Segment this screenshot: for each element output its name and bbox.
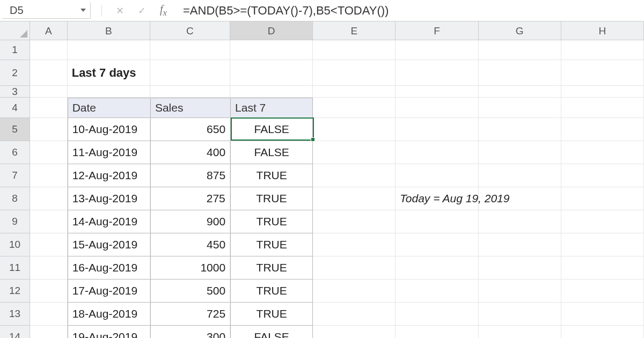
cell-G8[interactable] <box>479 187 561 210</box>
cell-B3[interactable] <box>68 86 150 98</box>
cell-F14[interactable] <box>396 326 478 338</box>
cell-E11[interactable] <box>313 256 396 280</box>
cell-A13[interactable] <box>30 303 68 326</box>
cell-H9[interactable] <box>561 210 644 233</box>
row-header-2[interactable]: 2 <box>0 60 30 86</box>
column-header-H[interactable]: H <box>561 21 644 40</box>
cell-D1[interactable] <box>230 40 313 60</box>
table-cell-date[interactable]: 11-Aug-2019 <box>68 141 150 164</box>
column-header-F[interactable]: F <box>396 21 478 40</box>
cell-grid[interactable]: Last 7 daysDateSalesLast 710-Aug-2019650… <box>30 40 644 338</box>
row-header-9[interactable]: 9 <box>0 210 30 233</box>
cell-A14[interactable] <box>30 326 68 338</box>
table-cell-last7[interactable]: TRUE <box>230 256 313 280</box>
cell-C2[interactable] <box>150 60 230 86</box>
cell-H6[interactable] <box>561 141 644 164</box>
cell-E14[interactable] <box>313 326 396 338</box>
name-box-container[interactable] <box>2 2 91 19</box>
cell-B1[interactable] <box>68 40 150 60</box>
cell-H11[interactable] <box>561 256 644 280</box>
cell-F3[interactable] <box>396 86 478 98</box>
select-all-corner[interactable] <box>0 21 30 40</box>
row-header-10[interactable]: 10 <box>0 233 30 256</box>
cell-C1[interactable] <box>150 40 230 60</box>
table-cell-date[interactable]: 19-Aug-2019 <box>68 326 150 338</box>
cell-F12[interactable] <box>396 280 478 303</box>
row-header-14[interactable]: 14 <box>0 326 30 338</box>
cell-A5[interactable] <box>30 118 68 141</box>
table-cell-last7[interactable]: TRUE <box>230 164 313 187</box>
cell-G3[interactable] <box>479 86 561 98</box>
cell-H8[interactable] <box>561 187 644 210</box>
cell-G1[interactable] <box>479 40 561 60</box>
cell-A7[interactable] <box>30 164 68 187</box>
cell-F2[interactable] <box>396 60 478 86</box>
row-header-4[interactable]: 4 <box>0 98 30 118</box>
cell-A12[interactable] <box>30 280 68 303</box>
table-cell-date[interactable]: 10-Aug-2019 <box>68 118 150 141</box>
table-cell-sales[interactable]: 500 <box>150 280 230 303</box>
table-cell-last7[interactable]: FALSE <box>230 326 313 338</box>
table-header-date[interactable]: Date <box>68 98 150 118</box>
row-header-12[interactable]: 12 <box>0 280 30 303</box>
cell-E6[interactable] <box>313 141 396 164</box>
today-note[interactable]: Today = Aug 19, 2019 <box>396 187 479 210</box>
cell-A8[interactable] <box>30 187 68 210</box>
cell-A9[interactable] <box>30 210 68 233</box>
cell-H7[interactable] <box>561 164 644 187</box>
row-header-8[interactable]: 8 <box>0 187 30 210</box>
cell-F6[interactable] <box>396 141 478 164</box>
cell-E4[interactable] <box>313 98 396 118</box>
cell-H10[interactable] <box>561 233 644 256</box>
formula-input[interactable] <box>178 0 644 21</box>
cell-G12[interactable] <box>479 280 561 303</box>
cell-E7[interactable] <box>313 164 396 187</box>
row-header-5[interactable]: 5 <box>0 118 30 141</box>
cell-E12[interactable] <box>313 280 396 303</box>
cell-F10[interactable] <box>396 233 478 256</box>
table-cell-date[interactable]: 13-Aug-2019 <box>68 187 150 210</box>
cell-E13[interactable] <box>313 303 396 326</box>
cancel-icon[interactable]: ✕ <box>116 6 124 16</box>
column-header-A[interactable]: A <box>30 21 68 40</box>
cell-C3[interactable] <box>150 86 230 98</box>
chevron-down-icon[interactable] <box>80 9 86 12</box>
cell-D3[interactable] <box>230 86 313 98</box>
cell-A10[interactable] <box>30 233 68 256</box>
table-cell-sales[interactable]: 725 <box>150 303 230 326</box>
cell-G13[interactable] <box>479 303 561 326</box>
table-cell-date[interactable]: 14-Aug-2019 <box>68 210 150 233</box>
cell-G7[interactable] <box>479 164 561 187</box>
table-cell-last7[interactable]: TRUE <box>230 187 313 210</box>
cell-G2[interactable] <box>479 60 561 86</box>
cell-H4[interactable] <box>561 98 644 118</box>
row-header-7[interactable]: 7 <box>0 164 30 187</box>
cell-G4[interactable] <box>479 98 561 118</box>
cell-A1[interactable] <box>30 40 68 60</box>
row-header-11[interactable]: 11 <box>0 256 30 280</box>
table-cell-last7[interactable]: FALSE <box>230 141 313 164</box>
row-header-3[interactable]: 3 <box>0 86 30 98</box>
page-title[interactable]: Last 7 days <box>68 60 150 86</box>
enter-icon[interactable]: ✓ <box>138 6 146 16</box>
table-cell-sales[interactable]: 900 <box>150 210 230 233</box>
table-cell-last7[interactable]: TRUE <box>230 210 313 233</box>
table-cell-sales[interactable]: 300 <box>150 326 230 338</box>
cell-D2[interactable] <box>230 60 313 86</box>
cell-F5[interactable] <box>396 118 478 141</box>
table-cell-last7[interactable]: TRUE <box>230 303 313 326</box>
cell-H3[interactable] <box>561 86 644 98</box>
row-header-1[interactable]: 1 <box>0 40 30 60</box>
cell-G10[interactable] <box>479 233 561 256</box>
cell-G11[interactable] <box>479 256 561 280</box>
table-cell-date[interactable]: 17-Aug-2019 <box>68 280 150 303</box>
column-header-C[interactable]: C <box>150 21 230 40</box>
cell-G9[interactable] <box>479 210 561 233</box>
table-cell-sales[interactable]: 650 <box>150 118 230 141</box>
column-header-B[interactable]: B <box>68 21 150 40</box>
cell-G5[interactable] <box>479 118 561 141</box>
cell-F4[interactable] <box>396 98 478 118</box>
cell-F9[interactable] <box>396 210 478 233</box>
table-cell-last7[interactable]: FALSE <box>230 118 313 141</box>
cell-H2[interactable] <box>561 60 644 86</box>
